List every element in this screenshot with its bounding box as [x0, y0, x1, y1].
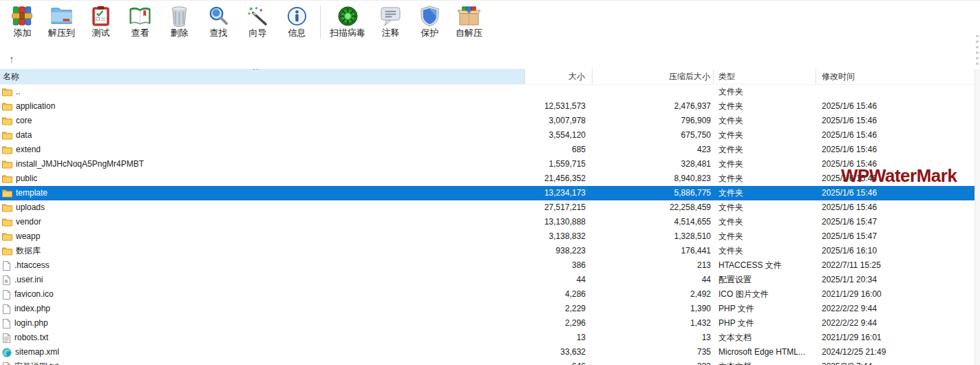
- folder-icon: [2, 160, 12, 169]
- vertical-scrollbar[interactable]: [974, 69, 980, 365]
- column-header-size[interactable]: 大小: [525, 69, 593, 84]
- file-name: install_JMJHcNoqA5PngMr4PMBT: [16, 157, 144, 171]
- table-row[interactable]: template 13,234,173 5,886,775 文件夹 2025/1…: [0, 186, 974, 200]
- file-type: 文件夹: [714, 99, 816, 114]
- column-header-type[interactable]: 类型: [714, 69, 816, 84]
- file-modified: 2025/1/6 15:46: [816, 186, 974, 200]
- toolbar-button-extract-to[interactable]: 解压到: [42, 3, 81, 41]
- edge-html-icon: [2, 348, 12, 357]
- toolbar-button-virus-scan[interactable]: 扫描病毒: [324, 3, 371, 41]
- file-packed: 176,441: [593, 244, 714, 258]
- sort-ascending-icon[interactable]: ^: [253, 69, 259, 74]
- table-row[interactable]: core 3,007,978 796,909 文件夹 2025/1/6 15:4…: [0, 114, 974, 128]
- file-modified: 2021/1/29 16:00: [816, 287, 974, 302]
- table-row[interactable]: vendor 13,130,888 4,514,655 文件夹 2025/1/6…: [0, 215, 974, 229]
- file-modified: 2025/1/6 16:10: [816, 244, 974, 258]
- file-name: favicon.ico: [14, 287, 54, 302]
- toolbar-button-label: 自解压: [456, 28, 482, 38]
- column-header-packed[interactable]: 压缩后大小: [593, 69, 714, 84]
- file-type: 文件夹: [714, 85, 816, 99]
- table-row[interactable]: favicon.ico 4,286 2,492 ICO 图片文件 2021/1/…: [0, 287, 974, 302]
- file-type: Microsoft Edge HTML...: [714, 345, 816, 359]
- file-name: public: [16, 171, 37, 186]
- table-row[interactable]: extend 685 423 文件夹 2025/1/6 15:46: [0, 143, 974, 157]
- table-row[interactable]: sitemap.xml 33,632 735 Microsoft Edge HT…: [0, 345, 974, 359]
- ini-file-icon: [2, 275, 11, 285]
- column-header-modified[interactable]: 修改时间: [816, 69, 974, 84]
- toolbar-button-wizard[interactable]: 向导: [238, 3, 277, 41]
- text-file-icon: [2, 362, 11, 365]
- file-type: 文件夹: [714, 157, 816, 171]
- folder-icon: [2, 174, 12, 183]
- file-size: 13,130,888: [525, 215, 593, 229]
- toolbar-grip-dots-icon: [976, 35, 979, 65]
- comment-icon: [380, 5, 401, 27]
- table-row[interactable]: .htaccess 386 213 HTACCESS 文件 2022/7/11 …: [0, 258, 974, 273]
- toolbar-button-find[interactable]: 查找: [199, 3, 238, 41]
- toolbar-button-info[interactable]: 信息: [277, 3, 317, 41]
- table-row[interactable]: uploads 27,517,215 22,258,459 文件夹 2025/1…: [0, 200, 974, 215]
- table-row[interactable]: install_JMJHcNoqA5PngMr4PMBT 1,559,715 3…: [0, 157, 974, 171]
- file-size: [525, 85, 593, 99]
- file-packed: [593, 85, 714, 99]
- table-row[interactable]: application 12,531,573 2,476,937 文件夹 202…: [0, 99, 974, 114]
- table-row[interactable]: public 21,456,352 8,940,823 文件夹 2025/1/6…: [0, 171, 974, 186]
- table-row[interactable]: login.php 2,296 1,432 PHP 文件 2022/2/22 9…: [0, 316, 974, 331]
- file-type: ICO 图片文件: [714, 287, 816, 302]
- table-row[interactable]: 安装说明.txt 646 333 文本文档 2025/3/2 7:44: [0, 359, 974, 365]
- file-packed: 675,750: [593, 128, 714, 143]
- file-name: 安装说明.txt: [14, 359, 58, 365]
- table-row[interactable]: .. 文件夹: [0, 85, 974, 99]
- file-size: 2,229: [525, 302, 593, 316]
- toolbar-button-comment[interactable]: 注释: [371, 3, 410, 41]
- table-row[interactable]: index.php 2,229 1,390 PHP 文件 2022/2/22 9…: [0, 302, 974, 316]
- file-name: .user.ini: [14, 273, 43, 287]
- file-modified: 2025/1/6 15:46: [816, 114, 974, 128]
- toolbar-button-label: 解压到: [48, 28, 75, 38]
- toolbar-button-label: 添加: [14, 28, 32, 38]
- file-type: 文件夹: [714, 244, 816, 258]
- sfx-icon: [458, 5, 480, 27]
- toolbar-button-archive-add[interactable]: 添加: [3, 3, 42, 41]
- wizard-icon: [247, 5, 268, 27]
- folder-icon: [2, 131, 12, 140]
- toolbar-button-delete[interactable]: 删除: [160, 3, 199, 41]
- file-name: robots.txt: [14, 331, 48, 345]
- file-size: 12,531,573: [525, 99, 593, 114]
- file-packed: 2,476,937: [593, 99, 714, 114]
- file-packed: 1,432: [593, 316, 714, 331]
- file-packed: 213: [593, 258, 714, 273]
- toolbar-button-test[interactable]: 测试: [81, 3, 120, 41]
- window-top-edge: [0, 0, 980, 1]
- up-arrow-icon: ↑: [9, 53, 14, 65]
- file-modified: 2025/1/6 15:47: [816, 215, 974, 229]
- toolbar-button-sfx[interactable]: 自解压: [449, 3, 489, 41]
- folder-icon: [2, 189, 12, 198]
- toolbar-button-protect[interactable]: 保护: [410, 3, 449, 41]
- table-row[interactable]: 数据库 938,223 176,441 文件夹 2025/1/6 16:10: [0, 244, 974, 258]
- file-packed: 796,909: [593, 114, 714, 128]
- toolbar: 添加 解压到 测试 查看 删除 查找 向导 信息 扫描病毒 注释 保护: [3, 3, 489, 41]
- file-modified: 2022/2/22 9:44: [816, 302, 974, 316]
- column-header-name[interactable]: 名称: [0, 69, 525, 84]
- file-size: 4,286: [525, 287, 593, 302]
- toolbar-button-view[interactable]: 查看: [120, 3, 160, 41]
- file-modified: 2022/2/22 9:44: [816, 316, 974, 331]
- file-modified: 2025/1/1 20:34: [816, 273, 974, 287]
- table-row[interactable]: data 3,554,120 675,750 文件夹 2025/1/6 15:4…: [0, 128, 974, 143]
- table-row[interactable]: robots.txt 13 13 文本文档 2021/1/29 16:01: [0, 331, 974, 345]
- table-row[interactable]: .user.ini 44 44 配置设置 2025/1/1 20:34: [0, 273, 974, 287]
- toolbar-button-label: 删除: [171, 28, 189, 38]
- file-type: 文本文档: [714, 331, 816, 345]
- file-name: template: [16, 186, 47, 200]
- file-packed: 44: [593, 273, 714, 287]
- file-icon: [2, 319, 11, 328]
- list-rows: .. 文件夹 application 12,531,573 2,476,937 …: [0, 85, 974, 365]
- table-row[interactable]: weapp 3,138,832 1,328,510 文件夹 2025/1/6 1…: [0, 229, 974, 244]
- file-modified: 2025/1/6 15:47: [816, 229, 974, 244]
- up-one-level-button[interactable]: ↑: [4, 51, 19, 66]
- file-packed: 22,258,459: [593, 200, 714, 215]
- toolbar-button-label: 测试: [92, 28, 110, 38]
- protect-icon: [420, 5, 439, 27]
- archive-add-icon: [11, 5, 34, 27]
